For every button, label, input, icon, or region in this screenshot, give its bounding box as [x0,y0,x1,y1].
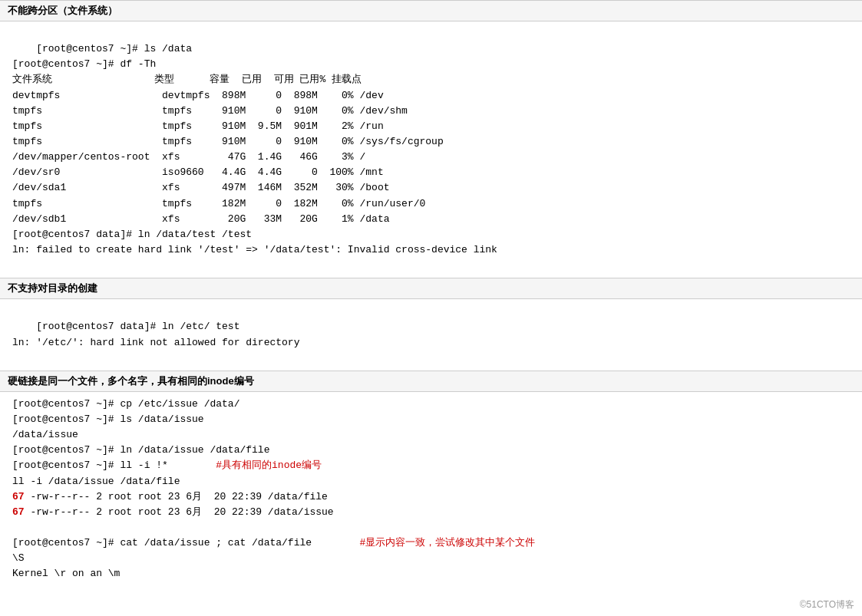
section-header-cross-device: 不能跨分区（文件系统） [0,0,862,21]
comment-cat: #显示内容一致，尝试修改其中某个文件 [312,537,535,548]
watermark-text: ©51CTO博客 [800,599,854,610]
watermark: ©51CTO博客 [800,598,854,611]
inode-num-2: 67 [12,506,25,518]
section-header-inode: 硬链接是同一个文件，多个名字，具有相同的inode编号 [0,371,862,392]
code-line-5: [root@centos7 ~]# cat /data/issue ; cat … [12,537,312,548]
code-block-no-dir: [root@centos7 data]# ln /etc/ test ln: '… [0,299,862,371]
section-title-3: 硬链接是同一个文件，多个名字，具有相同的inode编号 [8,375,254,387]
section-title-2: 不支持对目录的创建 [8,282,97,294]
section-header-no-dir: 不支持对目录的创建 [0,278,862,299]
inode-num-1: 67 [12,491,25,502]
code-line-3: -rw-r--r-- 2 root root 23 6月 20 22:39 /d… [25,491,328,502]
code-line-2: ll -i /data/issue /data/file [12,476,180,487]
code-line: [root@centos7 ~]# ls /data [root@centos7… [12,43,497,255]
section-title: 不能跨分区（文件系统） [8,5,117,16]
code-block-cross-device: [root@centos7 ~]# ls /data [root@centos7… [0,21,862,278]
code-block-inode: [root@centos7 ~]# cp /etc/issue /data/ [… [0,392,862,616]
page-container: 不能跨分区（文件系统） [root@centos7 ~]# ls /data [… [0,0,862,616]
code-line-4: -rw-r--r-- 2 root root 23 6月 20 22:39 /d… [25,506,334,518]
code-line-6: \S Kernel \r on an \m \S Kernel \r on an… [12,552,120,616]
code-line: [root@centos7 data]# ln /etc/ test ln: '… [12,321,299,348]
comment-inode: #具有相同的inode编号 [168,460,322,471]
